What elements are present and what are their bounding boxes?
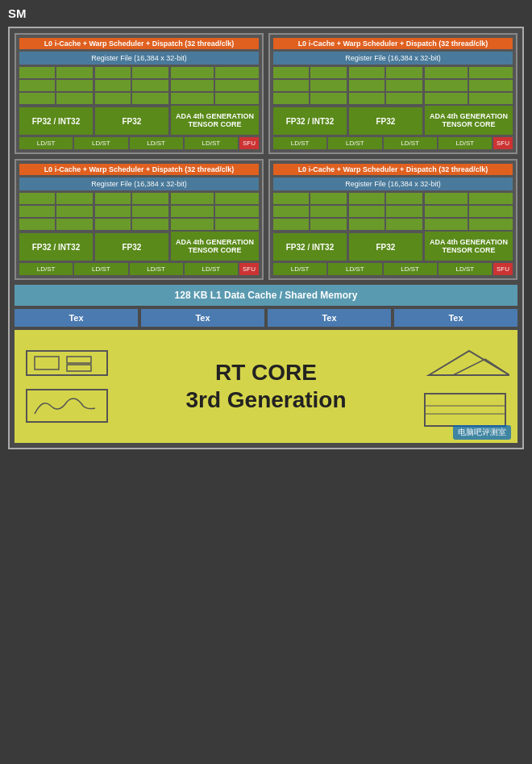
quadrant-4: L0 i-Cache + Warp Scheduler + Dispatch (… [268,159,517,280]
fp32-col-2: FP32 [349,67,422,135]
sfu-3: SFU [239,263,259,275]
quadrant-2: L0 i-Cache + Warp Scheduler + Dispatch (… [268,33,517,154]
grid-cells-3 [19,193,93,230]
grid-cell [19,80,55,91]
tensor-cell [425,206,468,217]
grid-cell [386,67,422,78]
tensor-label-4: ADA 4th GENERATION TENSOR CORE [425,232,513,261]
tensor-cell [171,67,214,78]
grid-cell [95,193,131,204]
tensor-cell [171,206,214,217]
grid-cell [56,93,92,104]
grid-cell [349,206,384,217]
grid-cell [386,193,422,204]
grid-cell [310,80,346,91]
tensor-col-1: ADA 4th GENERATION TENSOR CORE [171,67,259,135]
grid-cell [19,193,55,204]
grid-cell [386,219,422,230]
fp32-col-3: FP32 [95,193,168,261]
grid-cell [349,67,384,78]
grid-cell [132,93,168,104]
grid-cell [273,93,309,104]
tensor-cell [469,80,513,91]
grid-cell [56,219,92,230]
rt-core-text: RT CORE 3rd Generation [162,359,371,413]
tensor-cell [425,93,468,104]
tensor-grid-3 [171,193,259,230]
grid-cell [273,219,309,230]
tensor-cell [469,206,513,217]
ldst-12: LD/ST [185,263,238,275]
fp32-label-3: FP32 [95,233,168,261]
tensor-cell [215,67,259,78]
sfu-2: SFU [493,137,513,149]
rt-core-section: RT CORE 3rd Generation 电脑吧评测室 [15,330,517,443]
rt-diagram-2 [23,386,111,426]
tensor-cell [469,67,513,78]
grid-cell [273,193,309,204]
sfu-4: SFU [493,263,513,275]
grid-cell [95,80,131,91]
grid-cell [132,219,168,230]
tensor-grid-2 [425,67,513,104]
ldst-6: LD/ST [328,137,381,149]
fp32-int32-label-3: FP32 / INT32 [19,233,93,261]
tensor-col-2: ADA 4th GENERATION TENSOR CORE [425,67,513,135]
grid-cell [19,206,55,217]
tex-unit-2: Tex [141,309,264,327]
fp32-col-4: FP32 [349,193,422,261]
tensor-cell [215,193,259,204]
grid-cell [273,67,309,78]
grid-cell [310,219,346,230]
tensor-cell [171,219,214,230]
svg-rect-7 [425,394,505,426]
reg-file-4: Register File (16,384 x 32-bit) [273,177,513,190]
bottom-units-3: LD/ST LD/ST LD/ST LD/ST SFU [19,263,259,275]
grid-cells-fp32-4 [349,193,422,230]
grid-cell [310,67,346,78]
grid-cells-fp32-1 [95,67,168,104]
fp32-col-1: FP32 [95,67,168,135]
tensor-cell [469,193,513,204]
ldst-8: LD/ST [438,137,492,149]
svg-rect-1 [35,357,59,369]
fp32-int32-col-2: FP32 / INT32 [273,67,347,135]
ldst-5: LD/ST [273,137,326,149]
tensor-cell [469,93,513,104]
grid-cells-fp32-2 [349,67,422,104]
rt-diagram-right-1 [421,343,509,383]
rt-diagram-1 [23,347,111,379]
grid-cell [95,93,131,104]
grid-cell [19,219,55,230]
fp32-int32-label-2: FP32 / INT32 [273,107,347,135]
ldst-10: LD/ST [74,263,127,275]
l0-header-4: L0 i-Cache + Warp Scheduler + Dispatch (… [273,164,513,175]
quadrant-grid: L0 i-Cache + Warp Scheduler + Dispatch (… [15,33,517,280]
grid-cell [132,206,168,217]
fp32-int32-col-4: FP32 / INT32 [273,193,347,261]
ldst-2: LD/ST [74,137,127,149]
sm-container: SM L0 i-Cache + Warp Scheduler + Dispatc… [6,6,526,449]
reg-file-3: Register File (16,384 x 32-bit) [19,177,259,190]
fp32-int32-label-4: FP32 / INT32 [273,233,347,261]
grid-cell [95,206,131,217]
grid-cells-4 [273,193,347,230]
svg-rect-2 [67,357,91,363]
grid-cell [273,80,309,91]
grid-cell [386,206,422,217]
tex-unit-1: Tex [15,309,138,327]
ldst-4: LD/ST [185,137,238,149]
ldst-14: LD/ST [328,263,381,275]
reg-file-1: Register File (16,384 x 32-bit) [19,52,259,65]
ldst-16: LD/ST [438,263,492,275]
tensor-cell [215,206,259,217]
core-area-1: FP32 / INT32 FP32 [19,67,259,135]
grid-cell [56,206,92,217]
tensor-label-2: ADA 4th GENERATION TENSOR CORE [425,106,513,135]
fp32-int32-col-1: FP32 / INT32 [19,67,93,135]
grid-cell [132,67,168,78]
grid-cells-2 [273,67,347,104]
tensor-cell [425,193,468,204]
quadrant-1: L0 i-Cache + Warp Scheduler + Dispatch (… [15,33,264,154]
grid-cell [19,93,55,104]
